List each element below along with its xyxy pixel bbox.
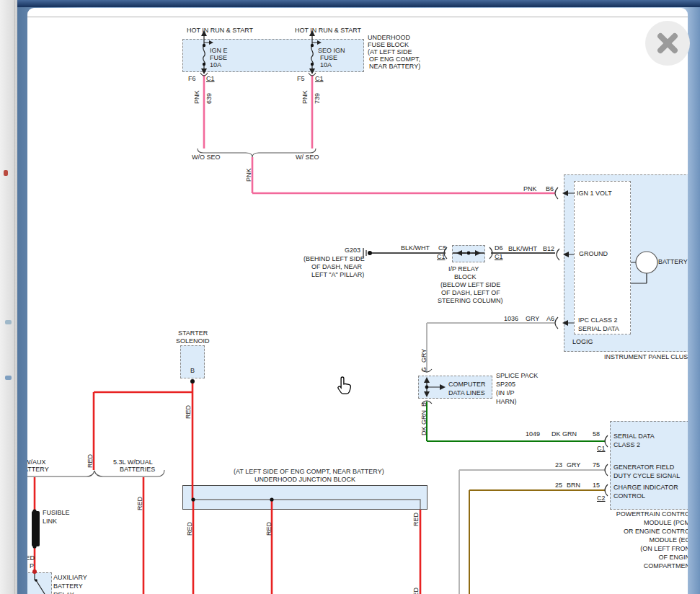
pin-c1-right: C1 — [315, 75, 324, 82]
wire-label-red-8: RED — [412, 513, 420, 526]
wire-label-blkwht-2: BLK/WHT — [508, 245, 537, 252]
wire-label-pnk-2: PNK — [301, 90, 309, 104]
wire-label-gry-2: GRY — [420, 349, 427, 363]
hand-cursor-icon — [336, 376, 353, 396]
screen: HOT IN RUN & STARTHOT IN RUN & STARTUNDE… — [0, 0, 700, 594]
background-mark — [5, 320, 12, 324]
wire-label-red-3: RED — [136, 497, 143, 510]
label-ign-e-fuse-2: FUSE — [210, 54, 227, 61]
viewer-window-frame: HOT IN RUN & STARTHOT IN RUN & STARTUNDE… — [17, 0, 700, 594]
wire-label-1036: 1036 — [504, 315, 518, 322]
label-generator-field-1: GENERATOR FIELD — [613, 464, 674, 471]
pin-f6: F6 — [188, 75, 196, 82]
pin-a6: A6 — [546, 315, 554, 322]
wire-label-red-5: RED — [185, 405, 192, 419]
label-aux-battery-relay-3: RELAY — [53, 591, 74, 594]
wire-label-gry-1: GRY — [526, 315, 539, 322]
label-g203: G203 — [345, 247, 360, 254]
label-fusible-link-1: FUSIBLE — [43, 509, 70, 516]
label-junction-block: UNDERHOOD JUNCTION BLOCK — [254, 476, 355, 483]
label-ground: GROUND — [579, 250, 608, 257]
close-button[interactable] — [645, 21, 690, 66]
pin-b12: B12 — [543, 245, 554, 252]
diagram-canvas: HOT IN RUN & STARTHOT IN RUN & STARTUNDE… — [27, 17, 688, 594]
label-ip-relay-5: STEERING COLUMN) — [438, 297, 503, 304]
wire-label-739: 739 — [314, 93, 321, 104]
pin-75: 75 — [593, 461, 600, 469]
label-charge-indicator-2: CONTROL — [613, 492, 645, 500]
pin-c1-pcm: C1 — [597, 445, 606, 452]
background-mark — [5, 376, 12, 380]
pin-15: 15 — [593, 482, 600, 489]
pin-c1-relay-out: C1 — [495, 253, 503, 260]
label-aux-battery-relay-2: BATTERY — [53, 582, 83, 590]
label-battery: BATTERY — [658, 258, 688, 265]
label-computer-data-lines-1: COMPUTER — [448, 381, 486, 388]
wire-label-1049: 1049 — [526, 430, 540, 438]
label-seo-ign-fuse-3: 10A — [320, 61, 332, 68]
diagram-dialog: HOT IN RUN & STARTHOT IN RUN & STARTUNDE… — [27, 8, 688, 594]
label-pcm-3: OR ENGINE CONTRO — [546, 528, 688, 535]
label-seo-ign-fuse-2: FUSE — [320, 54, 337, 61]
pin-58: 58 — [593, 430, 600, 438]
pin-c1-left: C1 — [206, 75, 215, 82]
label-pcm-1: POWERTRAIN CONTRO — [546, 510, 688, 518]
label-underhood-fuse-block-5: NEAR BATTERY) — [369, 63, 420, 70]
label-charge-indicator-1: CHARGE INDICATOR — [613, 484, 678, 491]
label-ip-relay-4: OF DASH, LEFT OF — [441, 289, 500, 296]
label-fusible-link-2: LINK — [43, 518, 57, 525]
label-ign-e-fuse-1: IGN E — [210, 47, 228, 54]
pin-c5: C5 — [438, 244, 447, 252]
label-ipc-class2-1: IPC CLASS 2 — [578, 316, 618, 324]
background-window-edge — [14, 0, 15, 594]
label-aux-battery-relay-1: AUXILIARY — [53, 574, 87, 581]
label-junction-block-loc: (AT LEFT SIDE OF ENG COMPT, NEAR BATTERY… — [234, 468, 384, 475]
label-waux-battery-1: W/AUX — [27, 458, 46, 466]
pin-c1-relay-in: C1 — [437, 253, 446, 260]
wire-label-red-9: RED — [412, 588, 420, 594]
wire-label-red-7: RED — [265, 522, 273, 536]
label-underhood-fuse-block-3: (AT LEFT SIDE — [368, 48, 412, 56]
diagram-viewport[interactable]: HOT IN RUN & STARTHOT IN RUN & STARTUNDE… — [27, 17, 688, 594]
label-pcm-7: COMPARTMEN — [546, 562, 688, 569]
wire-label-639: 639 — [205, 93, 213, 104]
label-instrument-panel-cluster: INSTRUMENT PANEL CLUSTE — [604, 353, 688, 360]
label-splice-pack-4: HARN) — [496, 398, 517, 405]
label-hot-in-run-start-2: HOT IN RUN & START — [295, 27, 361, 34]
pin-b-starter: B — [190, 367, 195, 374]
background-window-sliver — [0, 0, 17, 594]
label-generator-field-2: DUTY CYCLE SIGNAL — [613, 472, 680, 479]
label-ip-relay-3: (BELOW LEFT SIDE — [440, 281, 500, 288]
label-ign-1-volt: IGN 1 VOLT — [577, 190, 612, 197]
label-underhood-fuse-block-4: OF ENG COMPT, — [369, 56, 420, 63]
wire-label-red-1: RED — [87, 454, 94, 468]
label-pcm-6: OF ENGIN — [546, 554, 688, 561]
wire-label-pnk-1: PNK — [193, 90, 200, 104]
label-serial-data-1: SERIAL DATA — [613, 433, 655, 440]
label-splice-pack-2: SP205 — [496, 381, 515, 388]
wire-label-pnk-3: PNK — [245, 168, 252, 182]
label-underhood-fuse-block-1: UNDERHOOD — [368, 34, 410, 41]
wire-label-red-4: RED — [27, 554, 35, 562]
label-ign-e-fuse-3: 10A — [210, 61, 221, 68]
wire-label-pnk-4: PNK — [523, 185, 537, 192]
label-g203-loc-3: LEFT "A" PILLAR) — [311, 271, 364, 278]
pin-b6: B6 — [546, 185, 554, 192]
label-starter-solenoid-1: STARTER — [178, 329, 208, 337]
pin-p: P — [30, 562, 34, 569]
label-ip-relay-1: I/P RELAY — [448, 265, 479, 272]
pin-g-splice: G — [420, 367, 427, 372]
wire-label-blkwht-1: BLK/WHT — [401, 244, 430, 252]
wire-label-red-6: RED — [186, 522, 193, 536]
label-starter-solenoid-2: SOLENOID — [176, 337, 210, 345]
label-ipc-class2-2: SERIAL DATA — [578, 325, 619, 332]
label-pcm-4: MODULE (EC — [546, 536, 688, 544]
label-g203-loc-2: OF DASH, NEAR — [311, 263, 362, 270]
label-serial-data-2: CLASS 2 — [613, 441, 640, 448]
wire-label-dkgrn-1: DK GRN — [420, 410, 427, 435]
background-mark — [4, 170, 8, 176]
wire-label-brn: BRN — [567, 482, 580, 489]
wire-label-gry-3: GRY — [567, 461, 580, 469]
pin-d6: D6 — [495, 244, 503, 252]
label-logic: LOGIG — [572, 338, 593, 345]
